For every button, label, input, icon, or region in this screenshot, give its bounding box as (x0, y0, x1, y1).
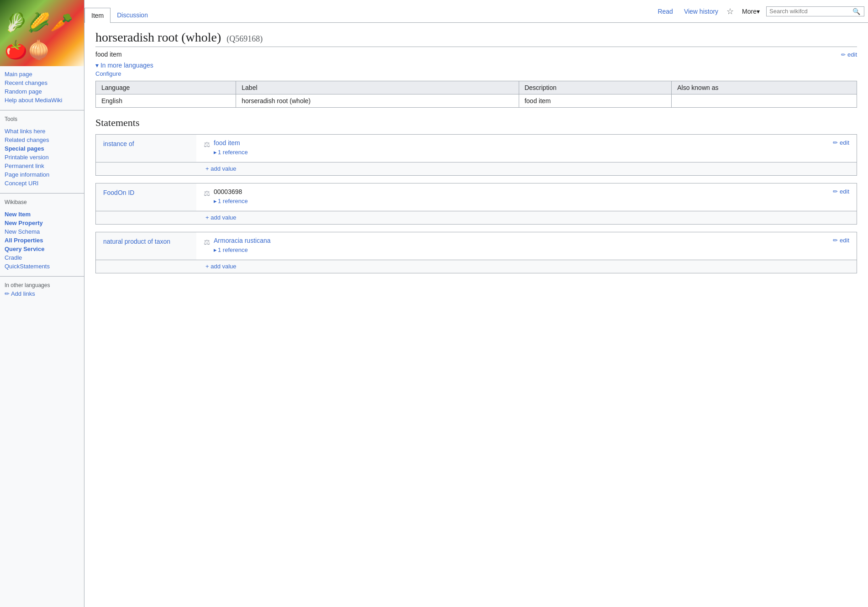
pencil-icon: ✏ (833, 188, 838, 195)
logo-image (0, 0, 84, 66)
pencil-icon: ✏ (833, 237, 838, 244)
lang-table-header-also-known-as: Also known as (672, 81, 857, 94)
tabs-left: Item Discussion (84, 0, 154, 22)
configure-link[interactable]: Configure (95, 70, 857, 77)
sidebar-item-permanent-link[interactable]: Permanent link (0, 162, 84, 170)
statement-property-instance-of: instance of (96, 135, 196, 162)
lang-cell-description: food item (519, 94, 672, 108)
chevron-right-icon: ▸ (214, 149, 217, 156)
statement-property-foodon-id: FoodOn ID (96, 183, 196, 211)
sidebar-item-new-property[interactable]: New Property (0, 219, 84, 227)
chevron-down-icon: ▾ (757, 8, 760, 15)
lang-cell-label: horseradish root (whole) (236, 94, 519, 108)
property-link-instance-of[interactable]: instance of (103, 140, 134, 147)
rank-icon: ⚖ (204, 140, 210, 149)
statement-edit-foodon-id: ✏ edit (826, 183, 857, 211)
pencil-icon: ✏ (841, 52, 846, 58)
sidebar-tools-nav: What links here Related changes Special … (0, 123, 84, 191)
value-link-food-item[interactable]: food item (214, 139, 240, 147)
sidebar-item-printable-version[interactable]: Printable version (0, 153, 84, 162)
sidebar-item-cradle[interactable]: Cradle (0, 253, 84, 262)
lang-cell-also-known-as (672, 94, 857, 108)
sidebar-item-random-page[interactable]: Random page (0, 87, 84, 96)
add-value-link-foodon-id[interactable]: + add value (205, 214, 237, 221)
page-subtitle-text: food item (95, 51, 122, 58)
add-links[interactable]: ✏ Add links (5, 290, 35, 297)
in-more-languages-toggle[interactable]: ▾ In more languages (95, 62, 153, 69)
page-edit-link[interactable]: ✏ edit (841, 51, 857, 58)
search-box: 🔍 (766, 6, 864, 16)
tools-section-title: Tools (0, 112, 84, 123)
sidebar-item-special-pages[interactable]: Special pages (0, 144, 84, 153)
statement-block-instance-of: instance of ⚖ food item ▸ 1 reference (95, 134, 857, 176)
add-value-row-foodon-id: + add value (96, 211, 857, 224)
table-row: English horseradish root (whole) food it… (96, 94, 857, 108)
page-id: (Q569168) (226, 34, 263, 44)
statement-values-natural-product: ⚖ Armoracia rusticana ▸ 1 reference (196, 232, 826, 260)
tab-view-history[interactable]: View history (679, 4, 723, 19)
property-link-foodon-id[interactable]: FoodOn ID (103, 189, 134, 196)
pencil-icon: ✏ (833, 139, 838, 146)
reference-toggle-0[interactable]: ▸ 1 reference (214, 149, 248, 156)
statement-property-natural-product: natural product of taxon (96, 232, 196, 260)
tab-discussion[interactable]: Discussion (110, 8, 154, 22)
add-value-row-instance-of: + add value (96, 162, 857, 175)
sidebar-item-page-information[interactable]: Page information (0, 170, 84, 179)
property-link-natural-product[interactable]: natural product of taxon (103, 238, 170, 245)
add-value-link-instance-of[interactable]: + add value (205, 165, 237, 172)
reference-toggle-2[interactable]: ▸ 1 reference (214, 246, 271, 253)
tabs-right: Read View history ☆ More ▾ 🔍 (653, 0, 868, 22)
page-title: horseradish root (whole) (Q569168) (95, 30, 857, 47)
sidebar-item-recent-changes[interactable]: Recent changes (0, 78, 84, 87)
sidebar-item-quickstatements[interactable]: QuickStatements (0, 262, 84, 271)
statement-block-foodon-id: FoodOn ID ⚖ 00003698 ▸ 1 reference (95, 183, 857, 225)
sidebar-item-related-changes[interactable]: Related changes (0, 136, 84, 144)
page-title-text: horseradish root (whole) (95, 30, 221, 45)
search-button[interactable]: 🔍 (852, 8, 861, 15)
other-languages-title: In other languages (5, 282, 79, 288)
sidebar-item-help[interactable]: Help about MediaWiki (0, 96, 84, 105)
value-text-foodon-id: 00003698 (214, 188, 242, 195)
statement-values-instance-of: ⚖ food item ▸ 1 reference (196, 135, 826, 162)
tab-more[interactable]: More ▾ (737, 4, 764, 19)
tab-item[interactable]: Item (84, 8, 110, 23)
statement-value-row: ⚖ food item ▸ 1 reference (204, 139, 818, 156)
statement-value-row: ⚖ 00003698 ▸ 1 reference (204, 188, 818, 204)
search-input[interactable] (769, 8, 852, 15)
statement-edit-instance-of: ✏ edit (826, 135, 857, 162)
reference-toggle-1[interactable]: ▸ 1 reference (214, 198, 248, 204)
statements-title: Statements (95, 117, 857, 129)
other-languages-section: In other languages ✏ Add links (0, 278, 84, 301)
edit-link-natural-product[interactable]: ✏ edit (833, 237, 849, 244)
page-subtitle-row: food item ✏ edit (95, 51, 857, 58)
edit-link-instance-of[interactable]: ✏ edit (833, 139, 849, 146)
sidebar-item-concept-uri[interactable]: Concept URI (0, 179, 84, 188)
add-value-link-natural-product[interactable]: + add value (205, 263, 237, 270)
sidebar-item-new-schema[interactable]: New Schema (0, 227, 84, 236)
rank-icon: ⚖ (204, 189, 210, 198)
sidebar-wikibase-nav: New Item New Property New Schema All Pro… (0, 206, 84, 274)
wikibase-section-title: Wikibase (0, 195, 84, 206)
rank-icon: ⚖ (204, 238, 210, 246)
sidebar-item-new-item[interactable]: New Item (0, 210, 84, 219)
add-value-row-natural-product: + add value (96, 260, 857, 273)
tab-read[interactable]: Read (653, 4, 677, 19)
statement-edit-natural-product: ✏ edit (826, 232, 857, 260)
sidebar-logo (0, 0, 84, 66)
statement-value-row: ⚖ Armoracia rusticana ▸ 1 reference (204, 237, 818, 253)
chevron-right-icon: ▸ (214, 198, 217, 204)
lang-cell-language: English (96, 94, 236, 108)
star-icon[interactable]: ☆ (725, 6, 736, 16)
sidebar-item-what-links-here[interactable]: What links here (0, 127, 84, 136)
language-table: Language Label Description Also known as… (95, 81, 857, 108)
edit-link-foodon-id[interactable]: ✏ edit (833, 188, 849, 195)
sidebar-item-all-properties[interactable]: All Properties (0, 236, 84, 245)
sidebar-item-query-service[interactable]: Query Service (0, 245, 84, 253)
sidebar-item-main-page[interactable]: Main page (0, 70, 84, 78)
lang-table-header-language: Language (96, 81, 236, 94)
statement-block-natural-product: natural product of taxon ⚖ Armoracia rus… (95, 232, 857, 273)
lang-table-header-description: Description (519, 81, 672, 94)
chevron-right-icon: ▸ (214, 246, 217, 253)
sidebar-main-nav: Main page Recent changes Random page Hel… (0, 66, 84, 108)
value-link-armoracia[interactable]: Armoracia rusticana (214, 237, 271, 244)
